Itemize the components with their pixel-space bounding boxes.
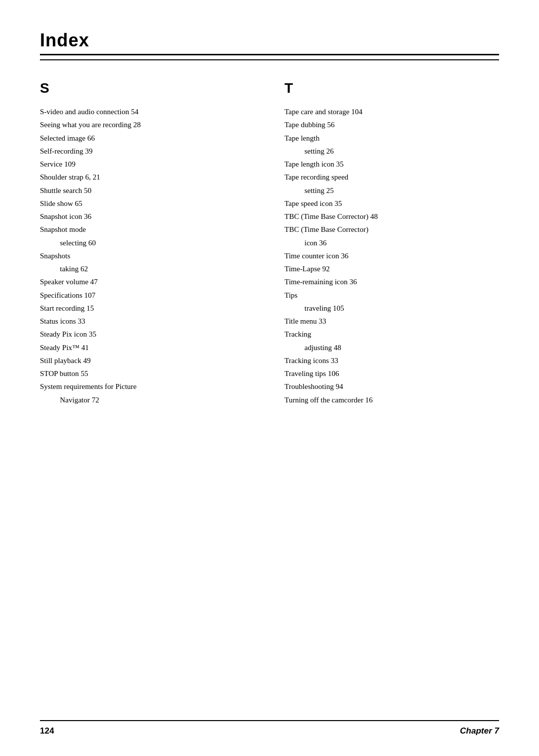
list-item: Title menu 33 [284, 315, 499, 328]
list-item: TBC (Time Base Corrector) 48 [284, 210, 499, 223]
content-columns: S S-video and audio connection 54Seeing … [40, 80, 499, 406]
list-item: adjusting 48 [284, 341, 499, 354]
list-item: Tips [284, 289, 499, 302]
list-item: Steady Pix icon 35 [40, 328, 255, 341]
list-item: Snapshot mode [40, 223, 255, 236]
list-item: Start recording 15 [40, 302, 255, 315]
list-item: Selected image 66 [40, 132, 255, 145]
list-item: Steady Pix™ 41 [40, 341, 255, 354]
list-item: Troubleshooting 94 [284, 380, 499, 393]
list-item: STOP button 55 [40, 367, 255, 380]
list-item: Status icons 33 [40, 315, 255, 328]
list-item: Time-remaining icon 36 [284, 275, 499, 288]
list-item: Tape recording speed [284, 171, 499, 184]
footer-chapter: Chapter 7 [460, 726, 499, 736]
list-item: Seeing what you are recording 28 [40, 118, 255, 131]
list-item: traveling 105 [284, 302, 499, 315]
list-item: Tape length icon 35 [284, 158, 499, 171]
list-item: System requirements for Picture [40, 380, 255, 393]
list-item: Speaker volume 47 [40, 275, 255, 288]
page: Index S S-video and audio connection 54S… [0, 0, 539, 756]
list-item: Shuttle search 50 [40, 184, 255, 197]
section-letter-s: S [40, 80, 255, 96]
list-item: Traveling tips 106 [284, 367, 499, 380]
list-item: S-video and audio connection 54 [40, 105, 255, 118]
list-item: TBC (Time Base Corrector) [284, 223, 499, 236]
list-item: Service 109 [40, 158, 255, 171]
list-item: selecting 60 [40, 236, 255, 249]
list-item: Tape dubbing 56 [284, 118, 499, 131]
section-letter-t: T [284, 80, 499, 96]
list-item: Time counter icon 36 [284, 249, 499, 262]
list-item: Tape speed icon 35 [284, 197, 499, 210]
list-item: taking 62 [40, 262, 255, 275]
column-t: T Tape care and storage 104Tape dubbing … [284, 80, 499, 406]
list-item: Shoulder strap 6, 21 [40, 171, 255, 184]
list-item: Snapshots [40, 249, 255, 262]
footer-page-number: 124 [40, 726, 54, 736]
page-header: Index [40, 30, 499, 55]
list-item: Snapshot icon 36 [40, 210, 255, 223]
page-title: Index [40, 30, 499, 55]
list-item: Time-Lapse 92 [284, 262, 499, 275]
list-item: Tracking icons 33 [284, 354, 499, 367]
header-rule [40, 59, 499, 60]
list-item: Turning off the camcorder 16 [284, 393, 499, 406]
list-item: Tracking [284, 328, 499, 341]
list-item: Navigator 72 [40, 393, 255, 406]
list-item: Slide show 65 [40, 197, 255, 210]
index-list-s: S-video and audio connection 54Seeing wh… [40, 105, 255, 406]
list-item: setting 25 [284, 184, 499, 197]
list-item: setting 26 [284, 145, 499, 158]
list-item: Tape care and storage 104 [284, 105, 499, 118]
list-item: icon 36 [284, 236, 499, 249]
list-item: Still playback 49 [40, 354, 255, 367]
list-item: Self-recording 39 [40, 145, 255, 158]
list-item: Tape length [284, 132, 499, 145]
list-item: Specifications 107 [40, 289, 255, 302]
index-list-t: Tape care and storage 104Tape dubbing 56… [284, 105, 499, 406]
page-footer: 124 Chapter 7 [40, 720, 499, 736]
column-s: S S-video and audio connection 54Seeing … [40, 80, 255, 406]
